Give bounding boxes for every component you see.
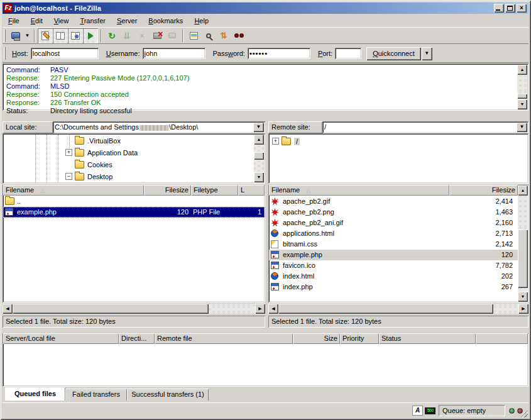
remote-list-scrollbar[interactable]: ▲ ▼ xyxy=(518,185,528,302)
tab-successful-transfers[interactable]: Successful transfers (1) xyxy=(127,389,209,401)
column-header-filename[interactable]: Filename△ xyxy=(3,185,144,196)
scroll-up-icon[interactable]: ▲ xyxy=(518,185,528,196)
column-header-lastmodified[interactable]: L xyxy=(238,185,265,196)
local-hscrollbar[interactable]: ◀ ▶ xyxy=(3,304,265,314)
queue-column-server-local[interactable]: Server/Local file xyxy=(3,333,119,344)
chevron-down-icon[interactable]: ▼ xyxy=(253,123,264,132)
column-header-filename[interactable]: Filename△ xyxy=(269,185,449,196)
file-name: bitnami.css xyxy=(283,239,317,249)
scroll-up-icon[interactable]: ▲ xyxy=(517,65,527,75)
column-header-filetype[interactable]: Filetype xyxy=(191,185,238,196)
remote-site-combo[interactable]: / ▼ xyxy=(322,121,528,133)
directory-comparison-button[interactable] xyxy=(201,28,216,43)
scroll-down-icon[interactable]: ▼ xyxy=(517,99,527,109)
file-row[interactable]: index.php267 xyxy=(269,282,518,292)
file-row[interactable]: applications.html2,713 xyxy=(269,228,518,239)
file-row[interactable]: apache_pb2.gif2,414 xyxy=(269,196,518,207)
quickconnect-dropdown-button[interactable]: ▼ xyxy=(422,47,432,60)
tree-item[interactable]: +Application Data xyxy=(65,146,138,158)
cancel-operation-button[interactable]: × xyxy=(134,28,150,43)
file-row-selected[interactable]: example.php 120 PHP File 1 xyxy=(3,207,265,218)
minimize-button[interactable] xyxy=(494,4,504,13)
menu-transfer[interactable]: Transfer xyxy=(74,16,111,26)
tab-queued-files[interactable]: Queued files xyxy=(5,387,65,401)
scrollbar-thumb[interactable] xyxy=(254,152,264,160)
queue-column-status[interactable]: Status xyxy=(379,333,476,344)
tab-failed-transfers[interactable]: Failed transfers xyxy=(65,389,127,401)
toggle-remote-tree-button[interactable] xyxy=(68,28,83,43)
site-manager-dropdown-button[interactable]: ▼ xyxy=(23,28,31,43)
speed-limit-icon[interactable]: 500 xyxy=(425,407,435,414)
port-input[interactable] xyxy=(335,48,361,59)
find-files-button[interactable] xyxy=(231,28,246,43)
menu-help[interactable]: Help xyxy=(189,16,214,26)
scroll-down-icon[interactable]: ▼ xyxy=(518,292,528,302)
host-input[interactable] xyxy=(31,48,99,59)
queue-column-remote-file[interactable]: Remote file xyxy=(155,333,293,344)
file-row-selected[interactable]: example.php120 xyxy=(269,250,518,260)
reconnect-button[interactable] xyxy=(165,28,180,43)
scroll-down-icon[interactable]: ▼ xyxy=(254,172,264,182)
tree-item[interactable]: −Desktop xyxy=(65,170,112,182)
toolbar-grip[interactable] xyxy=(4,30,6,42)
filters-button[interactable] xyxy=(186,28,201,43)
toggle-queue-button[interactable] xyxy=(83,28,98,43)
column-header-filesize[interactable]: Filesize xyxy=(144,185,191,196)
scrollbar-thumb[interactable] xyxy=(278,304,493,314)
quickconnect-grip[interactable] xyxy=(4,47,6,60)
file-row[interactable]: favicon.ico7,782 xyxy=(269,260,518,271)
process-queue-button[interactable]: ⇊ xyxy=(119,28,134,43)
file-row[interactable]: index.html202 xyxy=(269,271,518,282)
log-scrollbar[interactable]: ▲ ▼ xyxy=(517,65,527,109)
file-row[interactable]: bitnami.css2,142 xyxy=(269,239,518,250)
file-row[interactable]: apache_pb2_ani.gif2,160 xyxy=(269,218,518,228)
scroll-right-icon[interactable]: ▶ xyxy=(255,304,265,314)
refresh-button[interactable]: ↻ xyxy=(104,28,119,43)
username-input[interactable] xyxy=(143,48,205,59)
site-manager-button[interactable] xyxy=(8,28,23,43)
expander-icon[interactable]: + xyxy=(65,149,72,156)
ico-file-icon xyxy=(271,262,279,269)
local-tree-scrollbar[interactable]: ▲ ▼ xyxy=(254,135,264,182)
maximize-button[interactable] xyxy=(505,4,515,13)
disconnect-button[interactable] xyxy=(150,28,165,43)
scrollbar-thumb[interactable] xyxy=(13,304,209,314)
menu-view[interactable]: View xyxy=(48,16,75,26)
tree-item[interactable]: .VirtualBox xyxy=(65,135,121,146)
chevron-down-icon[interactable]: ▼ xyxy=(517,123,527,132)
expander-icon[interactable]: + xyxy=(272,138,279,145)
scroll-left-icon[interactable]: ◀ xyxy=(268,304,278,314)
local-site-combo[interactable]: C:\Documents and Settings\Desktop\ ▼ xyxy=(53,121,265,133)
synchronized-browsing-button[interactable]: ⇅ xyxy=(216,28,231,43)
password-input[interactable] xyxy=(248,48,310,59)
toggle-message-log-button[interactable] xyxy=(38,28,53,43)
scroll-left-icon[interactable]: ◀ xyxy=(3,304,13,314)
scroll-up-icon[interactable]: ▲ xyxy=(254,135,264,145)
file-row[interactable]: apache_pb2.png1,463 xyxy=(269,207,518,218)
local-directory-tree: .VirtualBox +Application Data Cookies −D… xyxy=(3,133,265,184)
menu-file[interactable]: File xyxy=(3,16,25,26)
scroll-right-icon[interactable]: ▶ xyxy=(518,304,528,314)
quickconnect-button[interactable]: Quickconnect xyxy=(366,47,421,60)
expander-icon[interactable]: − xyxy=(65,173,72,180)
scrollbar-thumb[interactable] xyxy=(518,229,528,288)
title-bar[interactable]: Fz john@localhost - FileZilla × xyxy=(3,3,528,14)
menu-edit[interactable]: Edit xyxy=(25,16,48,26)
queue-column-direction[interactable]: Directi... xyxy=(119,333,155,344)
transfer-type-ascii-icon[interactable]: A xyxy=(412,406,423,416)
queue-column-priority[interactable]: Priority xyxy=(340,333,379,344)
file-row[interactable]: .. xyxy=(3,196,265,207)
local-file-list: Filename△ Filesize Filetype L .. example… xyxy=(3,185,265,302)
menu-server[interactable]: Server xyxy=(111,16,143,26)
remote-site-label: Remote site: xyxy=(268,121,322,133)
tree-item[interactable]: + / xyxy=(272,135,300,147)
close-button[interactable]: × xyxy=(517,4,527,13)
column-header-filesize[interactable]: Filesize xyxy=(449,185,518,196)
scrollbar-thumb[interactable] xyxy=(517,94,527,99)
queue-column-size[interactable]: Size xyxy=(293,333,340,344)
local-site-label: Local site: xyxy=(3,121,53,133)
menu-bookmarks[interactable]: Bookmarks xyxy=(143,16,189,26)
remote-hscrollbar[interactable]: ◀ ▶ xyxy=(268,304,528,314)
toggle-local-tree-button[interactable] xyxy=(53,28,68,43)
tree-item[interactable]: Cookies xyxy=(65,158,112,170)
